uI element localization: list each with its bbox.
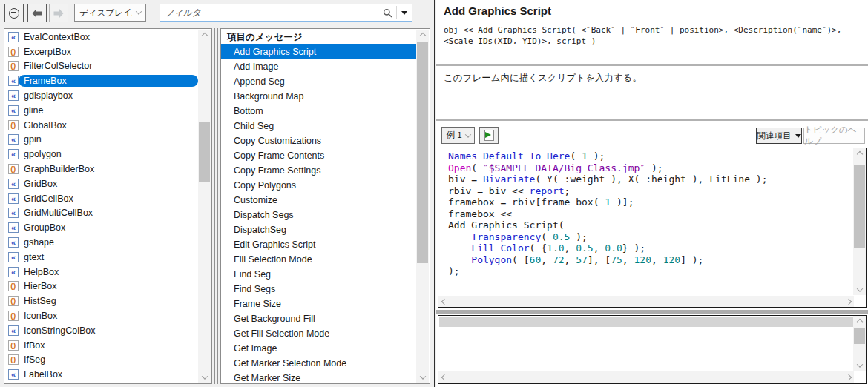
message-icon: « (8, 76, 19, 86)
example-selector[interactable]: 例 1 (441, 127, 475, 144)
output-panel[interactable] (438, 315, 867, 384)
object-list-item[interactable]: ()IfBox (4, 338, 198, 353)
object-list-item[interactable]: «HelpBox (4, 265, 198, 280)
message-list-item[interactable]: Frame Size (221, 297, 416, 311)
object-list-item[interactable]: «gpolygon (4, 147, 198, 162)
object-list-item-label: ExcerptBox (19, 46, 198, 58)
object-list-item[interactable]: «IconStringColBox (4, 323, 198, 338)
filter-dropdown-button[interactable] (397, 4, 412, 21)
code-text[interactable]: Names Default To Here( 1 );Open( ″$SAMPL… (448, 150, 852, 294)
object-list-item[interactable]: ()GlobalBox (4, 118, 198, 133)
message-list-item[interactable]: Get Fill Selection Mode (221, 326, 416, 341)
related-items-button[interactable]: 関連項目 (756, 128, 802, 144)
message-list-item[interactable]: Bottom (221, 104, 416, 119)
search-icon (383, 8, 392, 18)
object-list-item[interactable]: ()IconBox (4, 308, 198, 323)
message-list-item-label: Get Fill Selection Mode (234, 328, 329, 339)
scroll-down-button[interactable] (853, 284, 866, 295)
example-code-editor[interactable]: Names Default To Here( 1 );Open( ″$SAMPL… (438, 148, 867, 308)
message-list-item[interactable]: Copy Frame Contents (221, 148, 416, 163)
message-list-item[interactable]: Get Background Fill (221, 311, 416, 326)
horizontal-splitter[interactable] (436, 310, 868, 314)
panel-splitter[interactable] (214, 28, 218, 384)
scrollbar-thumb[interactable] (199, 122, 210, 182)
code-scrollbar-vertical[interactable] (853, 148, 866, 295)
message-list-item[interactable]: Add Image (221, 59, 416, 74)
scrollbar-thumb[interactable] (854, 328, 865, 344)
object-list-scrollbar[interactable] (198, 30, 211, 383)
function-icon: () (8, 164, 19, 174)
message-list-item[interactable]: Find Segs (221, 282, 416, 297)
output-scrollbar-horizontal[interactable] (438, 371, 854, 383)
object-list-item[interactable]: «GridBox (4, 176, 198, 191)
object-list-item[interactable]: ()IfSeg (4, 353, 198, 368)
object-list-item[interactable]: «EvalContextBox (4, 30, 198, 44)
message-list-item-label: Find Segs (234, 284, 275, 294)
object-list-item[interactable]: «LabelBox (4, 367, 198, 382)
chevron-up-icon (856, 150, 862, 156)
message-list-item-label: Copy Polygons (234, 180, 296, 191)
object-list-item[interactable]: ()FilterColSelector (4, 59, 198, 74)
message-list-item[interactable]: Copy Polygons (221, 178, 416, 193)
message-list-item[interactable]: Add Graphics Script (221, 44, 416, 59)
object-list-item[interactable]: ()HierBox (4, 280, 198, 294)
scroll-down-button[interactable] (416, 371, 429, 383)
object-list-item[interactable]: «gtext (4, 250, 198, 265)
scroll-right-button[interactable] (843, 371, 854, 383)
function-icon: () (8, 281, 19, 291)
scroll-right-button[interactable] (843, 296, 854, 307)
scroll-up-button[interactable] (853, 148, 866, 159)
object-list-item[interactable]: «GridCellBox (4, 191, 198, 206)
forward-button[interactable] (49, 4, 68, 22)
message-list-item[interactable]: Find Seg (221, 267, 416, 282)
scroll-left-button[interactable] (438, 296, 450, 307)
function-icon: () (8, 47, 19, 57)
message-list-item[interactable]: Edit Graphics Script (221, 237, 416, 252)
object-list-item[interactable]: «gline (4, 103, 198, 118)
code-scrollbar-horizontal[interactable] (438, 296, 854, 307)
category-dropdown[interactable]: ディスプレイボックス (74, 4, 146, 22)
object-list-item-label: gpolygon (19, 148, 198, 160)
message-list-item[interactable]: Get Marker Selection Mode (221, 356, 416, 371)
object-list-item[interactable]: «GridMultiCellBox (4, 206, 198, 221)
message-list-item[interactable]: DispatchSeg (221, 222, 416, 237)
scroll-up-button[interactable] (416, 30, 429, 41)
object-list-item[interactable]: «GroupBox (4, 220, 198, 235)
object-list-item[interactable]: «FrameBox (4, 73, 198, 88)
output-scrollbar-vertical[interactable] (853, 316, 866, 371)
message-list-item[interactable]: Background Map (221, 89, 416, 104)
scroll-down-button[interactable] (853, 360, 866, 371)
filter-input[interactable] (160, 7, 383, 18)
scrollbar-thumb[interactable] (854, 165, 865, 248)
arrow-right-icon (53, 8, 65, 19)
message-list-item[interactable]: Append Seg (221, 74, 416, 89)
collapse-button[interactable] (4, 4, 24, 22)
message-list-item[interactable]: Copy Frame Settings (221, 163, 416, 178)
message-list-item[interactable]: Dispatch Segs (221, 208, 416, 222)
object-list-item[interactable]: ()GraphBuilderBox (4, 162, 198, 176)
code-line: biv = Bivariate( Y( :weight ), X( :heigh… (448, 173, 852, 185)
object-list-item-label: HistSeg (19, 295, 198, 307)
back-button[interactable] (27, 4, 47, 22)
run-script-icon (484, 130, 494, 141)
scroll-down-button[interactable] (198, 371, 211, 383)
message-list-item[interactable]: Customize (221, 193, 416, 208)
message-list-scrollbar[interactable] (416, 30, 429, 383)
scroll-up-button[interactable] (853, 316, 866, 327)
message-list-item[interactable]: Get Image (221, 341, 416, 356)
topic-help-button[interactable]: トピックのヘルプ (803, 128, 865, 144)
object-list-item[interactable]: «gdisplaybox (4, 88, 198, 103)
message-list-item[interactable]: Fill Selection Mode (221, 252, 416, 267)
message-list-item[interactable]: Copy Customizations (221, 133, 416, 148)
run-script-button[interactable] (479, 127, 499, 144)
message-list-item[interactable]: Get Marker Size (221, 371, 416, 383)
object-list-item[interactable]: «gshape (4, 235, 198, 250)
object-list-item[interactable]: «gpin (4, 133, 198, 148)
message-list-item-label: Fill Selection Mode (234, 254, 312, 265)
message-list-item[interactable]: Child Seg (221, 119, 416, 133)
object-list-item[interactable]: ()ExcerptBox (4, 44, 198, 59)
scrollbar-thumb[interactable] (417, 42, 428, 263)
scroll-left-button[interactable] (438, 371, 450, 383)
object-list-item[interactable]: ()HistSeg (4, 294, 198, 308)
scroll-up-button[interactable] (198, 30, 211, 41)
